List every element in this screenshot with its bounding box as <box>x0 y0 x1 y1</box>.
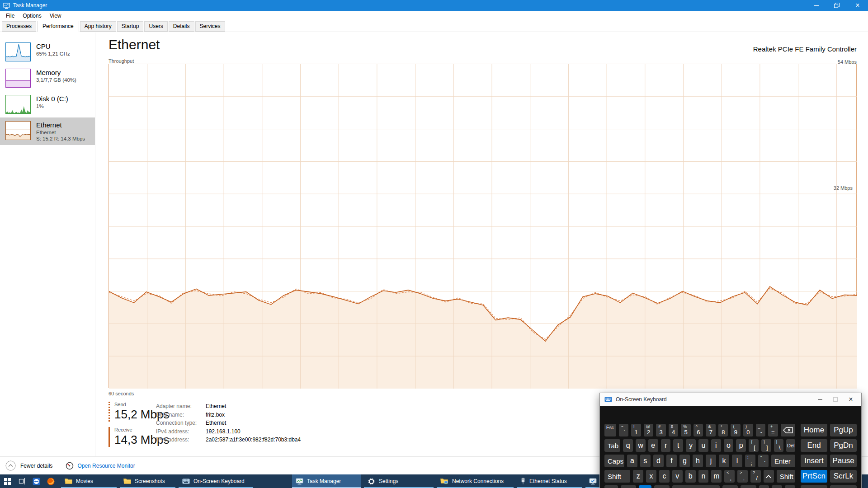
taskbar-button-screenshots[interactable]: Screenshots <box>120 474 175 488</box>
osk-key-6[interactable]: ^6 <box>693 424 703 436</box>
osk-key-key[interactable]: <, <box>724 470 735 483</box>
osk-key-c[interactable]: c <box>659 470 670 483</box>
osk-key-key[interactable] <box>830 485 857 488</box>
osk-key-w[interactable]: w <box>636 439 646 452</box>
osk-key-windows-key[interactable] <box>639 485 651 488</box>
sidebar-item-disk[interactable]: Disk 0 (C:)1% <box>0 91 95 117</box>
osk-key-backspace[interactable] <box>781 424 795 436</box>
taskbar-button-settings[interactable]: Settings <box>364 474 434 488</box>
osk-key-key[interactable]: += <box>768 424 778 436</box>
osk-key-m[interactable]: m <box>711 470 722 483</box>
fewer-details-button[interactable]: Fewer details <box>20 463 52 469</box>
osk-key-e[interactable]: e <box>648 439 658 452</box>
osk-key-k[interactable]: k <box>719 455 729 467</box>
tab-performance[interactable]: Performance <box>37 21 79 32</box>
osk-key-p[interactable]: p <box>736 439 746 452</box>
sidebar-item-cpu[interactable]: CPU65% 1,21 GHz <box>0 39 95 65</box>
osk-key-caps[interactable]: Caps <box>604 455 624 467</box>
taskbar-button-movies[interactable]: Movies <box>61 474 117 488</box>
osk-key-i[interactable]: i <box>711 439 721 452</box>
chevron-up-circle-icon[interactable] <box>5 460 16 471</box>
osk-key-h[interactable]: h <box>693 455 703 467</box>
osk-key-ctrl[interactable]: Ctrl <box>741 485 756 488</box>
osk-key-v[interactable]: v <box>672 470 683 483</box>
osk-key-pgup[interactable]: PgUp <box>830 424 857 436</box>
osk-key-key[interactable]: "' <box>758 455 769 467</box>
osk-key-y[interactable]: y <box>686 439 696 452</box>
menu-view[interactable]: View <box>46 12 66 20</box>
osk-key-d[interactable]: d <box>653 455 664 467</box>
osk-key-x[interactable]: x <box>646 470 656 483</box>
osk-key-key[interactable]: < <box>759 485 769 488</box>
taskbar-button-task-manager[interactable]: Task Manager <box>292 474 361 488</box>
osk-key-key[interactable]: :; <box>745 455 755 467</box>
osk-key-2[interactable]: @2 <box>644 424 654 436</box>
tab-users[interactable]: Users <box>144 21 167 32</box>
osk-key-s[interactable]: s <box>640 455 651 467</box>
osk-key-key[interactable]: > <box>785 485 795 488</box>
osk-key-chevron-up[interactable] <box>764 470 774 483</box>
osk-key-q[interactable]: q <box>623 439 633 452</box>
osk-key-home[interactable]: Home <box>801 424 827 436</box>
osk-key-u[interactable]: u <box>698 439 708 452</box>
osk-key-7[interactable]: &7 <box>706 424 716 436</box>
osk-key-key[interactable]: }] <box>761 439 771 452</box>
title-bar[interactable]: Task Manager × <box>0 0 868 11</box>
osk-title-bar[interactable]: On-Screen Keyboard × <box>600 393 861 406</box>
osk-key-key[interactable]: >. <box>737 470 748 483</box>
osk-key-insert[interactable]: Insert <box>801 455 827 467</box>
taskbar-start-button[interactable] <box>0 474 14 488</box>
osk-key-1[interactable]: !1 <box>631 424 641 436</box>
osk-key-9[interactable]: (9 <box>731 424 741 436</box>
osk-key-o[interactable]: o <box>724 439 734 452</box>
osk-key-r[interactable]: r <box>661 439 671 452</box>
tab-app-history[interactable]: App history <box>80 21 116 32</box>
sidebar-item-ethernet[interactable]: EthernetEthernetS: 15,2 R: 14,3 Mbps <box>0 117 95 145</box>
osk-key-scrlk[interactable]: ScrLk <box>830 470 857 483</box>
osk-key-key[interactable]: ^ <box>772 485 782 488</box>
osk-key-ctrl[interactable]: Ctrl <box>621 485 636 488</box>
osk-key-enter[interactable]: Enter <box>771 455 795 467</box>
osk-key-0[interactable]: )0 <box>743 424 753 436</box>
osk-key-alt[interactable]: Alt <box>722 485 738 488</box>
osk-key-pgdn[interactable]: PgDn <box>830 439 857 452</box>
menu-options[interactable]: Options <box>19 12 45 20</box>
minimize-button[interactable] <box>806 0 826 11</box>
osk-key-prtscn[interactable]: PrtScn <box>801 470 827 483</box>
tab-startup[interactable]: Startup <box>117 21 144 32</box>
taskbar-button-on-screen-keyboard[interactable]: On-Screen Keyboard <box>179 474 253 488</box>
throughput-chart[interactable]: 32 Mbps <box>108 64 857 388</box>
osk-key-del[interactable]: Del <box>786 439 795 452</box>
osk-key-fn[interactable]: Fn <box>604 485 618 488</box>
osk-key-shift[interactable]: Shift <box>777 470 795 483</box>
osk-key-3[interactable]: #3 <box>656 424 666 436</box>
osk-key-l[interactable]: l <box>732 455 742 467</box>
tab-details[interactable]: Details <box>169 21 194 32</box>
osk-key-key[interactable]: ?/ <box>750 470 761 483</box>
osk-key-key[interactable]: |\ <box>774 439 784 452</box>
osk-key-tab[interactable]: Tab <box>604 439 620 452</box>
taskbar-button-ethernet-status[interactable]: Ethernet Status <box>517 474 582 488</box>
taskbar-teamviewer-button[interactable] <box>29 474 43 488</box>
close-icon[interactable]: × <box>847 0 868 11</box>
osk-key-5[interactable]: %5 <box>681 424 691 436</box>
osk-key-z[interactable]: z <box>633 470 643 483</box>
osk-key-alt[interactable]: Alt <box>654 485 670 488</box>
osk-key-4[interactable]: $4 <box>669 424 679 436</box>
osk-key-8[interactable]: *8 <box>718 424 728 436</box>
osk-key-esc[interactable]: Esc <box>604 424 616 436</box>
osk-key-a[interactable]: a <box>627 455 637 467</box>
osk-key-f[interactable]: f <box>666 455 677 467</box>
osk-key-shift[interactable]: Shift <box>604 470 630 483</box>
taskbar-firefox-button[interactable] <box>43 474 58 488</box>
osk-close-icon[interactable]: × <box>843 394 859 405</box>
taskbar-task-view-button[interactable] <box>14 474 29 488</box>
osk-key-key[interactable]: ~` <box>619 424 629 436</box>
osk-key-j[interactable]: j <box>706 455 716 467</box>
osk-key-end[interactable]: End <box>801 439 827 452</box>
osk-maximize-button[interactable] <box>828 394 843 405</box>
osk-key-key[interactable]: _- <box>756 424 766 436</box>
osk-key-pause[interactable]: Pause <box>830 455 857 467</box>
osk-key-n[interactable]: n <box>698 470 709 483</box>
osk-key-b[interactable]: b <box>685 470 696 483</box>
